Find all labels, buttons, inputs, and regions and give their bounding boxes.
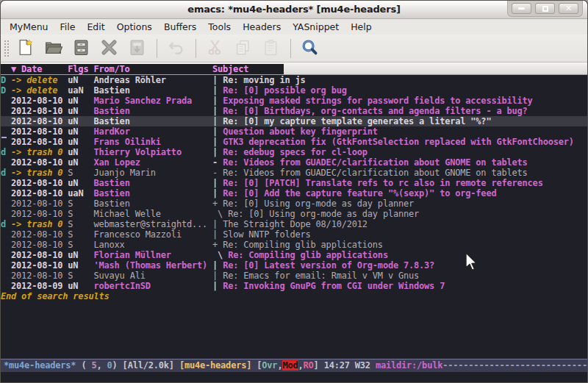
- modeline-segment-plain: ] 14:27 W32: [314, 360, 376, 371]
- message-row[interactable]: D -> delete uaN Bastien | Re: [0] possib…: [1, 85, 587, 96]
- cut-icon: [206, 38, 224, 59]
- toolbar-separator: [157, 39, 157, 58]
- menu-item-mymenu[interactable]: MyMenu: [4, 20, 54, 34]
- menu-item-buffers[interactable]: Buffers: [158, 20, 202, 34]
- end-of-results-marker: End of search results: [1, 291, 587, 301]
- message-row[interactable]: d -> trash 0 uN Thierry Volpiatto | Re: …: [1, 147, 587, 157]
- message-row[interactable]: 2012-08-10 uN Florian Müllner \ Re: Comp…: [1, 250, 587, 260]
- message-row[interactable]: 2012-08-10 uN Bastien | Re: [0] Birthday…: [1, 106, 587, 116]
- titlebar[interactable]: emacs: *mu4e-headers* [mu4e-headers] ✕: [1, 1, 587, 19]
- message-row[interactable]: 2012-08-10 S Michael Welle \ Re: [0] Usi…: [1, 209, 587, 219]
- paste-button[interactable]: [259, 37, 282, 60]
- message-list: D -> delete uN Andreas Röhler | Re: movi…: [1, 75, 587, 301]
- message-row[interactable]: 2012-08-10 uN Xan Lopez - Re: Videos fro…: [1, 157, 587, 168]
- modeline-segment-num2: 0: [107, 360, 112, 371]
- open-folder-icon: [44, 38, 62, 59]
- message-row[interactable]: 2012-08-10 uaN Bastien | Re: [0] Add the…: [1, 188, 587, 198]
- delete-icon: [100, 38, 118, 59]
- message-row[interactable]: 2012-08-10 uN 'Mash (Thomas Herbert) | R…: [1, 260, 587, 271]
- save-icon: [72, 38, 90, 59]
- cut-button[interactable]: [204, 37, 226, 60]
- message-row[interactable]: D -> delete uN Andreas Röhler | Re: movi…: [1, 75, 587, 85]
- message-row[interactable]: 2012-08-09 uN robertcInSD | Re: Invoking…: [1, 281, 587, 291]
- message-row-current[interactable]: 2012-08-10 uN Bastien | Re: [0] my captu…: [1, 116, 587, 126]
- headers-column-header: ▼ Date Flgs From/To Subject: [1, 62, 587, 75]
- toolbar-separator: [290, 39, 291, 58]
- menu-item-headers[interactable]: Headers: [237, 20, 287, 34]
- menu-item-options[interactable]: Options: [111, 20, 158, 34]
- window-buttons: ✕: [507, 1, 583, 17]
- menu-item-help[interactable]: Help: [345, 20, 378, 34]
- menubar: MyMenuFileEditOptionsBuffersToolsHeaders…: [1, 19, 587, 35]
- close-icon: ✕: [565, 4, 572, 12]
- message-row[interactable]: 2012-08-10 S Francesco Mazzoli | Slow NN…: [1, 229, 587, 240]
- modeline-segment-mod: Mod: [282, 360, 298, 371]
- modeline-segment-plain: [: [251, 360, 262, 371]
- close-button[interactable]: ✕: [559, 3, 578, 14]
- maximize-button[interactable]: [535, 3, 555, 14]
- message-row[interactable]: 2012-08-10 uN HardKor | Question about k…: [1, 126, 587, 137]
- toolbar: [1, 35, 587, 62]
- message-row[interactable]: 2012-08-10 uN Frans Oilinki | GTK3 depre…: [1, 137, 587, 147]
- message-row[interactable]: 2012-08-10 S Bastien + Re: [0] Using org…: [1, 198, 587, 209]
- mu4e-headers-buffer: ▼ Date Flgs From/To Subject D -> delete …: [1, 62, 587, 359]
- menu-item-tools[interactable]: Tools: [202, 20, 237, 34]
- menu-item-file[interactable]: File: [54, 20, 82, 34]
- toolbar-grip-handle[interactable]: [3, 39, 10, 58]
- open-folder-button[interactable]: [42, 37, 64, 60]
- delete-button[interactable]: [98, 37, 120, 60]
- menu-item-edit[interactable]: Edit: [81, 20, 110, 34]
- menu-item-yasnippet[interactable]: YASnippet: [287, 20, 345, 34]
- text-cursor: [1, 137, 7, 138]
- copy-button[interactable]: [232, 37, 254, 60]
- new-file-button[interactable]: [14, 37, 36, 60]
- column-header-text: ▼ Date Flgs From/To Subject: [1, 64, 284, 74]
- modeline: *mu4e-headers* ( 5, 0) [All/2.0k] [mu4e-…: [1, 359, 587, 372]
- undo-icon: [167, 38, 185, 59]
- window-title: emacs: *mu4e-headers* [mu4e-headers]: [1, 4, 587, 15]
- minimize-button[interactable]: [512, 3, 531, 14]
- copy-icon: [234, 38, 252, 59]
- modeline-segment-buf: *mu4e-headers*: [4, 360, 76, 371]
- message-row[interactable]: 2012-08-10 S Lanoxx + Re: Compiling glib…: [1, 240, 587, 250]
- save-button[interactable]: [70, 37, 92, 60]
- modeline-segment-mode: [mu4e-headers]: [179, 360, 251, 371]
- search-button[interactable]: [298, 37, 320, 60]
- save-as-button[interactable]: [126, 37, 148, 60]
- message-row[interactable]: d -> trash 0 S Juanjo Marin - Re: Videos…: [1, 168, 587, 178]
- toolbar-separator: [196, 39, 196, 58]
- modeline-segment-dash: --------------------------------------: [442, 360, 587, 371]
- modeline-segment-plain: ,: [96, 360, 107, 371]
- modeline-segment-dir: maildir:/bulk: [376, 360, 442, 371]
- message-row[interactable]: d -> trash 0 S webmaster@straightd... | …: [1, 219, 587, 229]
- modeline-segment-ro: RO: [304, 360, 314, 371]
- message-row[interactable]: 2012-08-10 uN Mario Sanchez Prada | Expo…: [1, 96, 587, 106]
- modeline-segment-plain: ) [All/2.0k]: [112, 360, 179, 371]
- new-file-icon: [16, 38, 35, 59]
- maximize-icon: [542, 6, 548, 12]
- message-row[interactable]: 2012-08-10 uN Bastien | Re: [0] [PATCH] …: [1, 178, 587, 188]
- modeline-segment-ovr: Ovr: [262, 360, 277, 371]
- paste-icon: [262, 38, 280, 59]
- undo-button[interactable]: [165, 37, 187, 60]
- echo-area[interactable]: [1, 372, 587, 382]
- modeline-segment-plain: ,: [298, 360, 304, 371]
- message-row[interactable]: 2012-08-10 S Suvayu Ali | Re: Emacs for …: [1, 271, 587, 281]
- emacs-window: emacs: *mu4e-headers* [mu4e-headers] ✕ M…: [0, 0, 588, 383]
- search-icon: [301, 38, 319, 59]
- minimize-icon: [518, 7, 525, 10]
- modeline-segment-plain: (: [76, 360, 91, 371]
- save-as-icon: [128, 38, 146, 59]
